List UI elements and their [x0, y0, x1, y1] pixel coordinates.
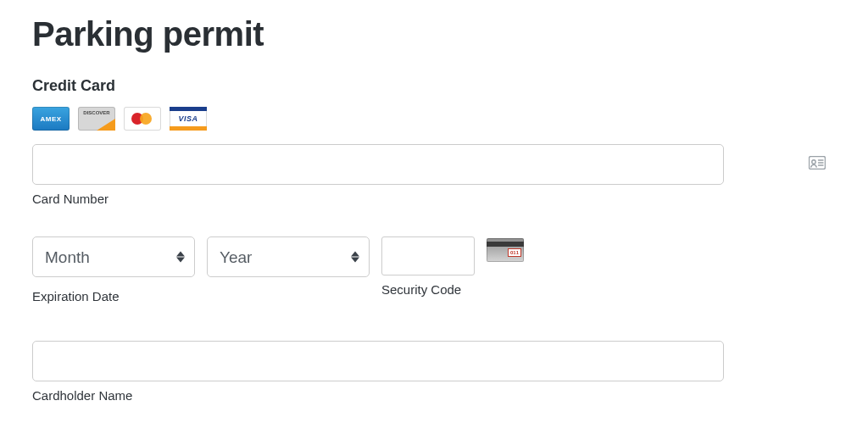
chevron-updown-icon	[176, 252, 185, 263]
expiration-date-label: Expiration Date	[32, 289, 370, 303]
expiry-year-select[interactable]: Year	[207, 236, 370, 277]
card-number-input[interactable]	[32, 144, 724, 185]
security-code-label: Security Code	[381, 282, 524, 297]
discover-icon: DISCOVER	[78, 107, 115, 131]
page-title: Parking permit	[32, 15, 836, 53]
cardholder-name-input[interactable]	[32, 341, 724, 381]
chevron-updown-icon	[351, 252, 359, 263]
card-number-label: Card Number	[32, 192, 836, 206]
expiry-month-select[interactable]: Month	[32, 236, 195, 277]
mastercard-icon	[124, 107, 161, 131]
card-brand-logos: AMEX DISCOVER VISA	[32, 107, 836, 131]
security-code-input[interactable]	[381, 236, 475, 275]
credit-card-section-label: Credit Card	[32, 77, 836, 95]
cardholder-name-label: Cardholder Name	[32, 388, 836, 403]
amex-icon: AMEX	[32, 107, 70, 131]
svg-point-1	[812, 160, 815, 164]
visa-icon: VISA	[170, 107, 207, 131]
card-id-icon	[809, 156, 826, 173]
security-code-hint-icon: 011	[487, 238, 524, 262]
